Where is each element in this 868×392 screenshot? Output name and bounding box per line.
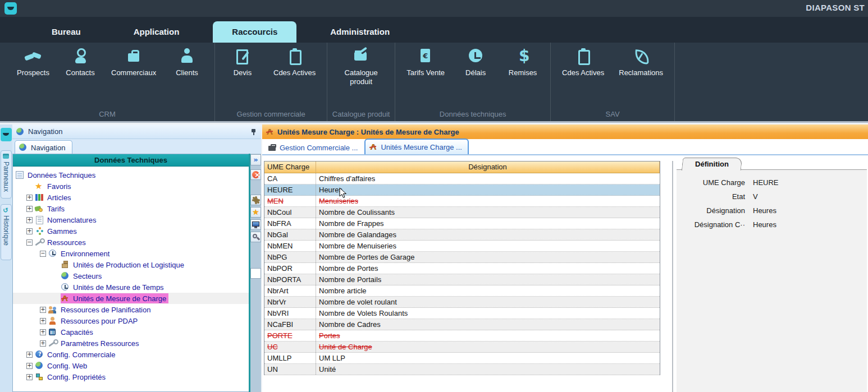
tree-item[interactable]: Articles [13, 192, 249, 203]
expander-icon[interactable] [40, 329, 46, 335]
table-row[interactable]: PORTE Portes [264, 330, 660, 342]
tree-toolbar-button[interactable] [250, 195, 261, 205]
expander-icon[interactable] [40, 318, 46, 324]
tree-item[interactable]: Environnement [13, 248, 249, 259]
expander-icon[interactable] [26, 352, 33, 358]
tree-node[interactable]: Unités de Mesure de Charge [61, 293, 168, 303]
tree-item[interactable]: Ressources pour PDAP [13, 315, 249, 326]
ribbon-button[interactable]: Prospects [17, 48, 49, 77]
tree-node[interactable]: Config. Commerciale [35, 349, 117, 359]
side-tab-historique[interactable]: Historique [1, 204, 12, 260]
tree-node[interactable]: Tarifs [35, 204, 67, 214]
ribbon-button[interactable]: Commerciaux [111, 48, 156, 77]
table-row[interactable]: NbPORTA Nombre de Portails [264, 274, 660, 285]
app-logo-icon[interactable] [4, 2, 17, 15]
expander-icon[interactable] [26, 228, 33, 234]
table-row[interactable]: NbCoul Nombre de Coulissants [264, 207, 660, 218]
tree-item[interactable]: Données Techniques [13, 169, 249, 181]
tree-node[interactable]: Favoris [35, 181, 74, 191]
tree-node[interactable]: Articles [35, 192, 74, 202]
table-row[interactable]: CA Chiffres d'affaires [264, 173, 660, 185]
tree-toolbar-button[interactable] [250, 169, 261, 180]
tree-item[interactable]: Config. Commerciale [13, 349, 249, 360]
table-row[interactable]: UN Unité [264, 364, 660, 375]
expander-icon[interactable] [26, 239, 33, 246]
ribbon-button[interactable]: Reclamations [619, 48, 663, 77]
tree-node[interactable]: Unités de Mesure de Temps [61, 282, 166, 292]
tree-item[interactable]: Unités de Production et Logistique [13, 259, 249, 270]
tree-item[interactable]: Secteurs [13, 270, 249, 282]
tree-node[interactable]: Config. Web [35, 361, 89, 371]
vertical-splitter[interactable] [672, 161, 673, 392]
table-row[interactable]: NbPOR Nombre de Portes [264, 263, 660, 274]
tree-item[interactable]: Tarifs [13, 203, 249, 214]
tree-node[interactable]: Données Techniques [15, 170, 98, 180]
tree-item[interactable]: Nomenclatures [13, 214, 249, 225]
table-row[interactable]: UMLLP UM LLP [264, 353, 660, 364]
ribbon-button[interactable]: Catalogue produit [339, 48, 383, 86]
ribbon-button[interactable]: Clients [171, 48, 203, 77]
tree-item[interactable]: Config. Propriétés [13, 371, 249, 382]
ribbon-button[interactable]: Délais [459, 48, 492, 77]
tree-item[interactable]: Ressources [13, 237, 249, 248]
expander-icon[interactable] [26, 374, 33, 380]
tree-item[interactable]: Unités de Mesure de Charge [13, 293, 249, 304]
expander-icon[interactable] [40, 251, 46, 257]
tree-node[interactable]: Config. Propriétés [35, 372, 108, 382]
expander-icon[interactable] [26, 195, 33, 201]
ribbon-tab[interactable]: Application [115, 21, 199, 43]
table-row[interactable]: NbMEN Nombre de Menuiseries [264, 241, 660, 252]
expander-icon[interactable] [40, 340, 46, 347]
tree-item[interactable]: Ressources de Planification [13, 304, 249, 315]
tree-item[interactable]: Paramètres Ressources [13, 338, 249, 349]
dock-logo-icon[interactable] [1, 128, 12, 141]
tree-node[interactable]: Paramètres Ressources [48, 338, 141, 348]
tree-item[interactable]: Capacités [13, 326, 249, 338]
column-header-ume-charge[interactable]: UME Charge [264, 162, 316, 173]
table-row[interactable]: NbVRI Nombre de Volets Roulants [264, 308, 660, 319]
tree-node[interactable]: Gammes [35, 226, 79, 236]
tree-node[interactable]: Capacités [48, 327, 95, 337]
expander-icon[interactable] [26, 206, 33, 212]
column-header-designation[interactable]: Désignation [316, 162, 660, 173]
tree-toolbar-button[interactable] [250, 219, 261, 230]
table-row[interactable]: NCaFBI Nombre de Cadres [264, 319, 660, 330]
tab-definition[interactable]: Définition [682, 158, 742, 170]
table-row[interactable]: NbrVr Nombre de volet roulant [264, 297, 660, 308]
table-row[interactable]: NbPG Nombre de Portes de Garage [264, 252, 660, 263]
ribbon-tab[interactable]: Administration [311, 21, 409, 43]
ribbon-button[interactable]: Tarifs Vente [406, 48, 445, 77]
ribbon-tab[interactable]: Bureau [33, 21, 100, 43]
tree-toolbar-button[interactable] [250, 232, 261, 242]
expander-icon[interactable] [26, 217, 33, 223]
pin-icon[interactable] [250, 128, 258, 136]
tab-navigation[interactable]: Navigation [15, 140, 72, 154]
ribbon-tab[interactable]: Raccourcis [213, 21, 296, 43]
tree-node[interactable]: Unités de Production et Logistique [61, 260, 186, 270]
table-row[interactable]: UC Unité de Charge [264, 342, 660, 353]
document-tab[interactable]: Unités Mesure Charge ... [364, 139, 469, 154]
tree-node[interactable]: Ressources pour PDAP [48, 316, 140, 326]
tree-node[interactable]: Environnement [48, 248, 112, 259]
ribbon-button[interactable]: Cdes Actives [273, 48, 316, 77]
tree-toolbar-button[interactable]: 21 [250, 268, 261, 279]
tree-item[interactable]: Favoris [13, 181, 249, 192]
collapse-panel-button[interactable]: » [250, 154, 261, 165]
document-tab[interactable]: Gestion Commerciale ... [264, 141, 363, 154]
ribbon-button[interactable]: Cdes Actives [562, 48, 604, 77]
tree-item[interactable]: Config. Web [13, 360, 249, 371]
ribbon-button[interactable]: Devis [226, 48, 259, 77]
tree-toolbar-button[interactable] [250, 207, 261, 218]
expander-icon[interactable] [40, 307, 46, 313]
table-row[interactable]: MEN Menuiseries [264, 196, 660, 207]
table-row[interactable]: NbFRA Nombre de Frappes [264, 218, 660, 229]
tree-item[interactable]: Unités de Mesure de Temps [13, 282, 249, 293]
tree-node[interactable]: Nomenclatures [35, 215, 98, 225]
tree-item[interactable]: Gammes [13, 225, 249, 237]
expander-icon[interactable] [26, 363, 33, 369]
tree-node[interactable]: Ressources de Planification [48, 305, 153, 315]
table-row[interactable]: NbrArt Nombre article [264, 285, 660, 297]
table-row[interactable]: HEURE Heures [264, 185, 660, 196]
table-row[interactable]: NbGal Nombre de Galandages [264, 229, 660, 241]
ribbon-button[interactable]: Remises [506, 48, 539, 77]
